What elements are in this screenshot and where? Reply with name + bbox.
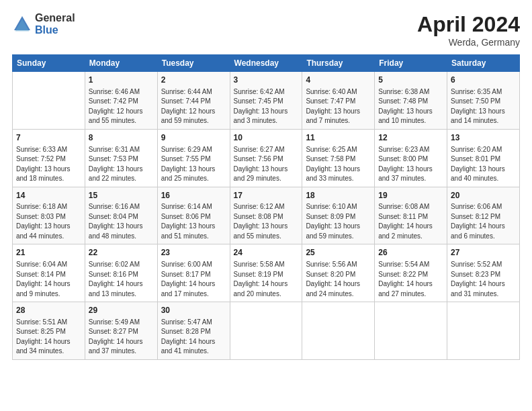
table-row: 28Sunrise: 5:51 AM Sunset: 8:25 PM Dayli…	[13, 302, 85, 360]
day-number: 26	[378, 247, 443, 259]
table-row: 30Sunrise: 5:47 AM Sunset: 8:28 PM Dayli…	[157, 302, 230, 360]
day-info: Sunrise: 6:02 AM Sunset: 8:16 PM Dayligh…	[89, 260, 154, 299]
day-info: Sunrise: 5:58 AM Sunset: 8:19 PM Dayligh…	[234, 260, 299, 299]
day-number: 18	[306, 190, 371, 201]
day-number: 20	[451, 190, 516, 201]
logo-text: General Blue	[35, 12, 75, 36]
day-info: Sunrise: 6:20 AM Sunset: 8:01 PM Dayligh…	[451, 145, 516, 184]
day-info: Sunrise: 6:35 AM Sunset: 7:50 PM Dayligh…	[451, 87, 516, 126]
table-row	[13, 72, 85, 130]
logo: General Blue	[12, 12, 75, 36]
day-info: Sunrise: 5:47 AM Sunset: 8:28 PM Dayligh…	[161, 318, 226, 357]
day-number: 17	[234, 190, 299, 201]
day-info: Sunrise: 6:12 AM Sunset: 8:08 PM Dayligh…	[234, 202, 299, 241]
title-block: April 2024 Werda, Germany	[417, 12, 520, 48]
calendar-week-row-4: 28Sunrise: 5:51 AM Sunset: 8:25 PM Dayli…	[13, 302, 520, 360]
day-info: Sunrise: 6:23 AM Sunset: 8:00 PM Dayligh…	[378, 145, 443, 184]
day-number: 30	[161, 305, 226, 316]
table-row: 14Sunrise: 6:18 AM Sunset: 8:03 PM Dayli…	[13, 187, 85, 244]
table-row	[447, 302, 520, 360]
calendar-header-row: Sunday Monday Tuesday Wednesday Thursday…	[13, 55, 520, 72]
day-number: 14	[16, 190, 81, 201]
table-row: 24Sunrise: 5:58 AM Sunset: 8:19 PM Dayli…	[230, 244, 302, 302]
col-saturday: Saturday	[447, 55, 520, 72]
day-number: 16	[161, 190, 226, 201]
col-sunday: Sunday	[13, 55, 85, 72]
day-info: Sunrise: 6:42 AM Sunset: 7:45 PM Dayligh…	[234, 87, 299, 126]
col-wednesday: Wednesday	[230, 55, 302, 72]
col-thursday: Thursday	[302, 55, 375, 72]
logo-blue: Blue	[35, 24, 75, 36]
day-number: 19	[378, 190, 443, 201]
day-info: Sunrise: 6:06 AM Sunset: 8:12 PM Dayligh…	[451, 202, 516, 241]
table-row: 11Sunrise: 6:25 AM Sunset: 7:58 PM Dayli…	[302, 129, 375, 187]
day-number: 6	[451, 75, 516, 86]
title-month: April 2024	[417, 12, 520, 37]
header: General Blue April 2024 Werda, Germany	[12, 12, 520, 48]
day-info: Sunrise: 6:29 AM Sunset: 7:55 PM Dayligh…	[161, 145, 226, 184]
day-info: Sunrise: 5:56 AM Sunset: 8:20 PM Dayligh…	[306, 260, 371, 299]
day-info: Sunrise: 6:16 AM Sunset: 8:04 PM Dayligh…	[89, 202, 154, 241]
day-number: 15	[89, 190, 154, 201]
day-info: Sunrise: 6:18 AM Sunset: 8:03 PM Dayligh…	[16, 202, 81, 241]
table-row: 22Sunrise: 6:02 AM Sunset: 8:16 PM Dayli…	[85, 244, 157, 302]
calendar-table: Sunday Monday Tuesday Wednesday Thursday…	[12, 54, 520, 360]
day-number: 21	[16, 247, 81, 259]
day-info: Sunrise: 6:14 AM Sunset: 8:06 PM Dayligh…	[161, 202, 226, 241]
table-row: 19Sunrise: 6:08 AM Sunset: 8:11 PM Dayli…	[375, 187, 447, 244]
col-friday: Friday	[375, 55, 447, 72]
day-info: Sunrise: 6:44 AM Sunset: 7:44 PM Dayligh…	[161, 87, 226, 126]
table-row	[302, 302, 375, 360]
table-row: 7Sunrise: 6:33 AM Sunset: 7:52 PM Daylig…	[13, 129, 85, 187]
day-info: Sunrise: 6:04 AM Sunset: 8:14 PM Dayligh…	[16, 260, 81, 299]
table-row: 16Sunrise: 6:14 AM Sunset: 8:06 PM Dayli…	[157, 187, 230, 244]
table-row: 8Sunrise: 6:31 AM Sunset: 7:53 PM Daylig…	[85, 129, 157, 187]
day-number: 2	[161, 75, 226, 86]
table-row	[230, 302, 302, 360]
day-number: 24	[234, 247, 299, 259]
table-row: 17Sunrise: 6:12 AM Sunset: 8:08 PM Dayli…	[230, 187, 302, 244]
day-info: Sunrise: 6:31 AM Sunset: 7:53 PM Dayligh…	[89, 145, 154, 184]
table-row: 4Sunrise: 6:40 AM Sunset: 7:47 PM Daylig…	[302, 72, 375, 130]
day-info: Sunrise: 6:08 AM Sunset: 8:11 PM Dayligh…	[378, 202, 443, 241]
day-number: 9	[161, 132, 226, 144]
title-location: Werda, Germany	[417, 37, 520, 48]
logo-icon	[12, 14, 32, 34]
day-number: 29	[89, 305, 154, 316]
day-info: Sunrise: 6:38 AM Sunset: 7:48 PM Dayligh…	[378, 87, 443, 126]
day-number: 4	[306, 75, 371, 86]
table-row: 20Sunrise: 6:06 AM Sunset: 8:12 PM Dayli…	[447, 187, 520, 244]
day-number: 10	[234, 132, 299, 144]
day-number: 5	[378, 75, 443, 86]
day-info: Sunrise: 6:33 AM Sunset: 7:52 PM Dayligh…	[16, 145, 81, 184]
table-row: 3Sunrise: 6:42 AM Sunset: 7:45 PM Daylig…	[230, 72, 302, 130]
day-info: Sunrise: 5:52 AM Sunset: 8:23 PM Dayligh…	[451, 260, 516, 299]
calendar-week-row-3: 21Sunrise: 6:04 AM Sunset: 8:14 PM Dayli…	[13, 244, 520, 302]
table-row	[375, 302, 447, 360]
col-tuesday: Tuesday	[157, 55, 230, 72]
table-row: 1Sunrise: 6:46 AM Sunset: 7:42 PM Daylig…	[85, 72, 157, 130]
day-info: Sunrise: 6:00 AM Sunset: 8:17 PM Dayligh…	[161, 260, 226, 299]
table-row: 9Sunrise: 6:29 AM Sunset: 7:55 PM Daylig…	[157, 129, 230, 187]
day-info: Sunrise: 6:27 AM Sunset: 7:56 PM Dayligh…	[234, 145, 299, 184]
day-number: 25	[306, 247, 371, 259]
calendar-week-row-1: 7Sunrise: 6:33 AM Sunset: 7:52 PM Daylig…	[13, 129, 520, 187]
col-monday: Monday	[85, 55, 157, 72]
table-row: 15Sunrise: 6:16 AM Sunset: 8:04 PM Dayli…	[85, 187, 157, 244]
table-row: 10Sunrise: 6:27 AM Sunset: 7:56 PM Dayli…	[230, 129, 302, 187]
table-row: 25Sunrise: 5:56 AM Sunset: 8:20 PM Dayli…	[302, 244, 375, 302]
table-row: 26Sunrise: 5:54 AM Sunset: 8:22 PM Dayli…	[375, 244, 447, 302]
day-number: 11	[306, 132, 371, 144]
table-row: 29Sunrise: 5:49 AM Sunset: 8:27 PM Dayli…	[85, 302, 157, 360]
day-info: Sunrise: 6:25 AM Sunset: 7:58 PM Dayligh…	[306, 145, 371, 184]
day-info: Sunrise: 5:54 AM Sunset: 8:22 PM Dayligh…	[378, 260, 443, 299]
table-row: 2Sunrise: 6:44 AM Sunset: 7:44 PM Daylig…	[157, 72, 230, 130]
day-info: Sunrise: 6:46 AM Sunset: 7:42 PM Dayligh…	[89, 87, 154, 126]
day-number: 23	[161, 247, 226, 259]
logo-general: General	[35, 12, 75, 24]
table-row: 27Sunrise: 5:52 AM Sunset: 8:23 PM Dayli…	[447, 244, 520, 302]
table-row: 5Sunrise: 6:38 AM Sunset: 7:48 PM Daylig…	[375, 72, 447, 130]
table-row: 6Sunrise: 6:35 AM Sunset: 7:50 PM Daylig…	[447, 72, 520, 130]
day-number: 22	[89, 247, 154, 259]
day-number: 12	[378, 132, 443, 144]
